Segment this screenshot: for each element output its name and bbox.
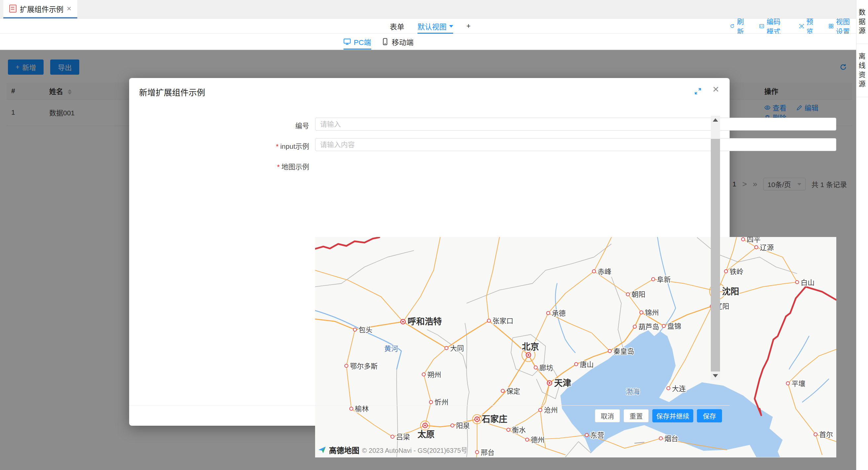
- map-city-marker: [640, 311, 643, 314]
- view-settings-action[interactable]: 视图设置: [829, 16, 856, 36]
- refresh-action[interactable]: 刷新: [730, 16, 747, 36]
- map-city-label: 吕梁: [396, 433, 410, 441]
- map-city-marker: [786, 382, 789, 385]
- map-city-marker: [391, 435, 394, 438]
- map-city-label: 邢台: [480, 448, 494, 456]
- map-city-label: 天津: [554, 378, 571, 388]
- map-city-marker: [585, 433, 588, 437]
- map-city-label: 赤峰: [597, 268, 611, 275]
- required-mark: *: [276, 143, 278, 150]
- map-city-label: 包头: [359, 326, 373, 333]
- tab-pc[interactable]: PC端: [343, 34, 371, 50]
- tab-add-view[interactable]: +: [466, 19, 471, 34]
- preview-action[interactable]: 预览: [799, 16, 816, 36]
- map-city-marker: [814, 433, 817, 436]
- map-city-marker: [507, 428, 510, 431]
- side-item-datasource[interactable]: 数据源: [857, 0, 868, 44]
- add-record-modal: 新增扩展组件示例 × 编号 *input示例 *地图示例: [129, 78, 730, 426]
- map-city-label: 张家口: [492, 317, 513, 325]
- tab-form[interactable]: 表单: [390, 19, 404, 34]
- preview-icon: [799, 23, 804, 29]
- map-city-marker: [429, 400, 433, 404]
- save-button[interactable]: 保存: [697, 409, 722, 422]
- device-bar: PC端 移动端: [0, 34, 856, 50]
- map-city-marker: [662, 324, 665, 327]
- cancel-button[interactable]: 取消: [595, 409, 620, 422]
- modal-footer: 取消 重置 保存并继续 保存: [129, 405, 730, 426]
- map-city-marker: [547, 311, 550, 315]
- scrollbar-thumb[interactable]: [711, 139, 720, 372]
- map-city-label: 廊坊: [539, 364, 553, 372]
- map-city-marker: [626, 293, 629, 296]
- tab-close-icon[interactable]: ×: [67, 5, 71, 12]
- tab-mobile[interactable]: 移动端: [381, 34, 413, 50]
- field-label-number: 编号: [129, 120, 309, 130]
- field-label-input-example: *input示例: [129, 141, 309, 151]
- map-city-label: 烟台: [664, 435, 678, 442]
- refresh-icon: [730, 23, 735, 29]
- caret-down-icon: [449, 25, 453, 27]
- map-city-marker: [501, 389, 504, 393]
- map-city-label: 呼和浩特: [408, 317, 442, 326]
- code-mode-action[interactable]: 编码模式: [760, 16, 787, 36]
- map-city-marker: [608, 349, 611, 353]
- map-city-label: 鄂尔多斯: [350, 362, 378, 370]
- map-city-label: 东营: [590, 431, 604, 439]
- save-and-continue-button[interactable]: 保存并继续: [652, 409, 693, 422]
- right-side-panel: 数据源 离线资源: [856, 0, 868, 470]
- scroll-up-icon[interactable]: [711, 116, 720, 124]
- code-mode-icon: [760, 23, 764, 29]
- map-city-label: 衡水: [512, 426, 526, 434]
- view-toolbar: 表单 默认视图 + 刷新 编码模式 预览: [0, 19, 856, 34]
- tab-default-view[interactable]: 默认视图: [417, 19, 453, 34]
- map-capital-marker-dot: [527, 354, 529, 356]
- map-city-label: 大连: [672, 385, 686, 392]
- map-city-label: 葫芦岛: [639, 323, 659, 330]
- side-item-offline-resource[interactable]: 离线资源: [857, 44, 868, 97]
- amap-brand: 高德地图: [329, 444, 359, 456]
- close-icon[interactable]: ×: [712, 83, 719, 94]
- map-city-label: 阜新: [657, 276, 671, 283]
- required-mark: *: [277, 163, 280, 171]
- reset-button[interactable]: 重置: [624, 409, 649, 422]
- view-actions: 刷新 编码模式 预览 视图设置: [730, 19, 856, 34]
- map-city-label: 朝阳: [631, 291, 645, 298]
- fullscreen-icon[interactable]: [694, 87, 702, 96]
- amap-logo-icon: [318, 445, 326, 454]
- map-city-label: 锦州: [645, 309, 659, 316]
- map-city-label: 白山: [801, 278, 814, 286]
- monitor-icon: [343, 38, 351, 45]
- page-tab-active[interactable]: 扩展组件示例 ×: [3, 0, 77, 17]
- field-label-map-example: *地图示例: [129, 161, 309, 171]
- map-city-marker: [353, 328, 357, 331]
- map-city-label: 保定: [506, 387, 520, 395]
- scroll-down-icon[interactable]: [711, 372, 720, 380]
- map-city-label: 沈阳: [722, 287, 739, 296]
- map-city-marker: [667, 387, 670, 390]
- map-city-marker: [755, 245, 758, 249]
- modal-title: 新增扩展组件示例: [139, 86, 205, 98]
- map-city-marker: [652, 277, 655, 281]
- map-city-label: 大同: [450, 344, 464, 352]
- map-city-marker: [487, 319, 491, 322]
- map-city-label: 首尔: [819, 431, 833, 438]
- map-attribution: 高德地图 © 2023 AutoNavi - GS(2021)6375号: [318, 444, 467, 456]
- map-city-marker: [445, 346, 448, 350]
- amap-copyright: © 2023 AutoNavi - GS(2021)6375号: [362, 445, 467, 455]
- map-city-label: 铁岭: [730, 268, 743, 275]
- modal-scrollbar[interactable]: [711, 116, 720, 380]
- map-city-marker: [575, 362, 578, 366]
- map-city-marker: [592, 270, 595, 273]
- map-city-marker: [345, 364, 348, 368]
- map-city-marker: [475, 450, 478, 454]
- input-example-field[interactable]: [315, 138, 836, 151]
- phone-icon: [381, 38, 389, 45]
- map-city-label: 承德: [552, 310, 566, 317]
- map-city-label: 四平: [747, 237, 761, 243]
- map-city-marker: [422, 373, 426, 376]
- map-city-label: 北京: [522, 342, 539, 351]
- view-tabs: 表单 默认视图 +: [390, 19, 471, 34]
- page-tab-label: 扩展组件示例: [20, 3, 63, 14]
- map-city-label: 辽源: [760, 243, 774, 251]
- number-input[interactable]: [315, 118, 836, 130]
